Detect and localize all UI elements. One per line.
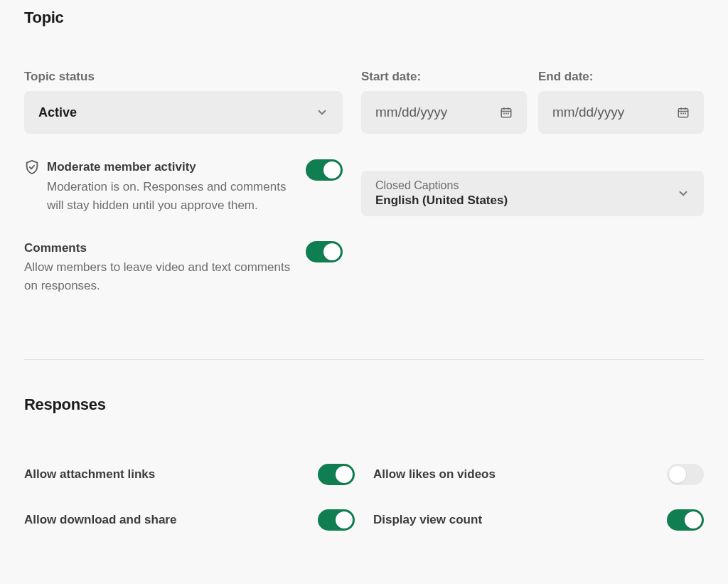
comments-toggle[interactable] [306,241,343,262]
resp-item-attachment-links: Allow attachment links [24,464,355,485]
shield-check-icon [24,159,40,175]
svg-point-6 [508,113,509,114]
chevron-down-icon [677,187,690,200]
attachment-links-toggle[interactable] [318,464,355,485]
download-share-toggle[interactable] [318,509,355,531]
closed-captions-value: English (United States) [375,193,508,208]
svg-point-11 [681,113,682,114]
topic-status-select[interactable]: Active [24,91,343,134]
resp-label: Allow download and share [24,513,176,527]
calendar-icon [677,106,690,119]
topic-status-label: Topic status [24,70,343,84]
moderate-toggle[interactable] [306,159,343,181]
moderate-desc: Moderation is on. Responses and comments… [47,178,291,216]
closed-captions-label: Closed Captions [375,179,508,193]
svg-point-4 [504,113,505,114]
end-date-placeholder: mm/dd/yyyy [552,105,624,120]
comments-desc: Allow members to leave video and text co… [24,258,291,296]
start-date-label: Start date: [361,70,527,84]
topic-status-value: Active [38,105,77,120]
end-date-label: End date: [538,70,704,84]
moderate-setting: Moderate member activity Moderation is o… [24,159,343,216]
resp-label: Allow attachment links [24,467,155,482]
svg-point-5 [506,113,507,114]
resp-item-view-count: Display view count [373,509,704,531]
end-date-input[interactable]: mm/dd/yyyy [538,91,704,134]
calendar-icon [500,106,513,119]
resp-item-likes: Allow likes on videos [373,464,704,485]
resp-label: Display view count [373,513,482,527]
comments-setting: Comments Allow members to leave video an… [24,241,343,296]
likes-toggle[interactable] [667,464,704,485]
resp-label: Allow likes on videos [373,467,496,482]
resp-item-download-share: Allow download and share [24,509,355,531]
responses-heading: Responses [24,395,704,414]
svg-point-13 [685,113,686,114]
svg-point-12 [683,113,684,114]
chevron-down-icon [316,106,328,119]
moderate-title: Moderate member activity [47,160,196,174]
start-date-placeholder: mm/dd/yyyy [375,105,447,120]
start-date-input[interactable]: mm/dd/yyyy [361,91,527,134]
topic-heading: Topic [24,9,704,27]
view-count-toggle[interactable] [667,509,704,531]
closed-captions-select[interactable]: Closed Captions English (United States) [361,171,704,216]
comments-title: Comments [24,241,87,255]
section-divider [24,359,704,360]
